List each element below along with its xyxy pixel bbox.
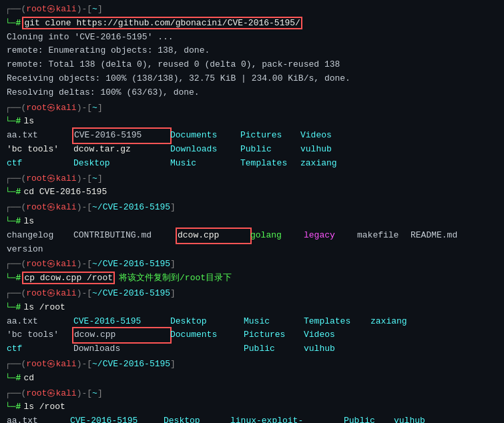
- r1-documents: Documents: [170, 328, 244, 342]
- ls-dcow-tar: dcow.tar.gz: [73, 143, 170, 157]
- ls-root1-row1: aa.txt CVE-2016-5195 Desktop Music Templ…: [5, 315, 499, 329]
- prompt-path-2: ~: [92, 101, 97, 115]
- prompt-line-8: ┌──(root㉿kali)-[~]: [5, 387, 499, 401]
- ls-legacy: legacy: [304, 229, 357, 243]
- ls-cve-output: changelog CONTRIBUTING.md dcow.cpp golan…: [5, 229, 499, 257]
- ls-root2-cmd: ls /root: [23, 400, 65, 414]
- cp-cmd: cp dcow.cpp /root: [23, 272, 113, 286]
- ls-golang: golang: [250, 229, 304, 243]
- ls-root1-cmd: ls /root: [23, 301, 65, 315]
- section-ls-cve: ┌──(root㉿kali)-[~/CVE-2016-5195] └─# ls …: [5, 201, 499, 256]
- output-1-4: Receiving objects: 100% (138/138), 32.75…: [5, 72, 499, 86]
- bracket-left: ┌──(: [5, 101, 26, 115]
- prompt-at-2: ㉿: [47, 101, 55, 115]
- ls-desktop: Desktop: [73, 157, 170, 171]
- r2-cve: CVE-2016-5195: [70, 414, 164, 423]
- hash: └─#: [5, 17, 21, 31]
- ls-zaxiang: zaxiang: [300, 157, 354, 171]
- bracket-left: ┌──(: [5, 3, 26, 17]
- ls-vulhub: vulhub: [300, 143, 354, 157]
- r1-aatxt: aa.txt: [7, 315, 73, 329]
- ls-home-row3: ctf Desktop Music Templates zaxiang: [5, 157, 499, 171]
- ls-bctools: 'bc tools': [7, 143, 73, 157]
- output-1-2: remote: Enumerating objects: 138, done.: [5, 44, 499, 58]
- section-cd-home: ┌──(root㉿kali)-[~/CVE-2016-5195] └─# cd: [5, 358, 499, 386]
- r2-aatxt: aa.txt: [7, 414, 70, 423]
- git-clone-cmd: git clone https://github.com/gbonacini/C…: [23, 17, 300, 31]
- ls-documents: Documents: [170, 129, 240, 143]
- cmd-line-6: └─# ls /root: [5, 301, 499, 315]
- r1-desktop: Desktop: [170, 315, 244, 329]
- r1-templates: Templates: [304, 315, 370, 329]
- bracket-right: ]: [97, 3, 103, 17]
- git-clone-highlight: git clone https://github.com/gbonacini/C…: [23, 18, 300, 28]
- terminal: ┌──(root㉿kali)-[~] └─# git clone https:/…: [0, 0, 504, 423]
- prompt-line-4: ┌──(root㉿kali)-[~/CVE-2016-5195]: [5, 201, 499, 215]
- cd-cmd: cd CVE-2016-5195: [23, 185, 107, 199]
- prompt-line-1: ┌──(root㉿kali)-[~]: [5, 3, 499, 17]
- cmd-line-3: └─# cd CVE-2016-5195: [5, 185, 499, 199]
- bracket-mid: )-[: [77, 3, 92, 17]
- r1-ctf: ctf: [7, 342, 73, 356]
- ls-public: Public: [240, 143, 300, 157]
- section-git-clone: ┌──(root㉿kali)-[~] └─# git clone https:/…: [5, 3, 499, 100]
- prompt-machine-2: kali: [55, 101, 76, 115]
- prompt-at: ㉿: [47, 3, 55, 17]
- ls-root2-row1: aa.txt CVE-2016-5195 Desktop linux-explo…: [5, 414, 499, 423]
- section-cd: ┌──(root㉿kali)-[~] └─# cd CVE-2016-5195: [5, 172, 499, 200]
- cmd-line-1: └─# git clone https://github.com/gbonaci…: [5, 17, 499, 31]
- ls-ctf: ctf: [7, 157, 73, 171]
- r1-videos: Videos: [304, 328, 370, 342]
- prompt-line-3: ┌──(root㉿kali)-[~]: [5, 172, 499, 186]
- ls-aatxt: aa.txt: [7, 129, 73, 143]
- r1-vulhub: vulhub: [304, 342, 370, 356]
- prompt-root: root: [26, 3, 47, 17]
- ls-cmd: ls: [23, 115, 34, 129]
- r1-cve: CVE-2016-5195: [73, 315, 170, 329]
- ls-root1-row2: 'bc tools' dcow.cpp Documents Pictures V…: [5, 328, 499, 342]
- bracket-right-2: ]: [97, 101, 103, 115]
- ls-cve-highlight: CVE-2016-5195: [73, 129, 170, 143]
- chinese-note: 将该文件复制到/root目录下: [119, 272, 232, 286]
- ls-root1-row3: ctf Downloads Public vulhub: [5, 342, 499, 356]
- ls-cve-cmd: ls: [23, 215, 34, 229]
- output-1-5: Resolving deltas: 100% (63/63), done.: [5, 86, 499, 100]
- ls-version: version: [7, 243, 47, 257]
- section-ls-root2: ┌──(root㉿kali)-[~] └─# ls /root aa.txt C…: [5, 387, 499, 423]
- cd-home-cmd: cd: [23, 372, 34, 386]
- prompt-path: ~: [92, 3, 97, 17]
- section-cp: ┌──(root㉿kali)-[~/CVE-2016-5195] └─# cp …: [5, 258, 499, 286]
- ls-makefile: makefile: [357, 229, 411, 243]
- prompt-machine: kali: [55, 3, 76, 17]
- ls-music: Music: [170, 157, 240, 171]
- r2-desktop: Desktop: [164, 414, 230, 423]
- ls-contributing: CONTRIBUTING.md: [73, 229, 177, 243]
- ls-pictures: Pictures: [240, 129, 300, 143]
- prompt-line-2: ┌──(root㉿kali)-[~]: [5, 101, 499, 115]
- prompt-line-7: ┌──(root㉿kali)-[~/CVE-2016-5195]: [5, 358, 499, 372]
- bracket-mid-2: )-[: [77, 101, 92, 115]
- output-1-1: Cloning into 'CVE-2016-5195' ...: [5, 31, 499, 45]
- ls-home-row1: aa.txt CVE-2016-5195 Documents Pictures …: [5, 129, 499, 143]
- hash-2: └─#: [5, 115, 21, 129]
- r1-dcow-cpp-highlight: dcow.cpp: [73, 328, 170, 342]
- r1-empty: [170, 342, 244, 356]
- r2-vulhub: vulhub: [394, 414, 444, 423]
- prompt-line-5: ┌──(root㉿kali)-[~/CVE-2016-5195]: [5, 258, 499, 272]
- r1-bctools: 'bc tools': [7, 328, 73, 342]
- r1-pictures: Pictures: [244, 328, 304, 342]
- section-ls-root1: ┌──(root㉿kali)-[~/CVE-2016-5195] └─# ls …: [5, 287, 499, 356]
- output-1-3: remote: Total 138 (delta 0), reused 0 (d…: [5, 58, 499, 72]
- cmd-line-5: └─# cp dcow.cpp /root 将该文件复制到/root目录下: [5, 272, 499, 286]
- r2-public: Public: [344, 414, 394, 423]
- r1-zaxiang: zaxiang: [370, 315, 424, 329]
- r2-linux-exploit: linux-exploit-suggester: [230, 414, 344, 423]
- ls-dcow-cpp-highlight: dcow.cpp: [177, 229, 250, 243]
- ls-readme: README.md: [411, 229, 471, 243]
- r1-public: Public: [244, 342, 304, 356]
- ls-downloads: Downloads: [170, 143, 240, 157]
- cmd-line-7: └─# cd: [5, 372, 499, 386]
- ls-templates: Templates: [240, 157, 300, 171]
- ls-videos: Videos: [300, 129, 354, 143]
- cmd-line-8: └─# ls /root: [5, 400, 499, 414]
